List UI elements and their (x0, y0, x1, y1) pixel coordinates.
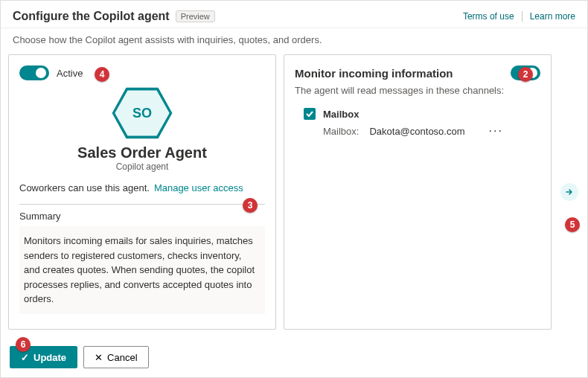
annotation-2: 2 (518, 67, 533, 82)
check-icon: ✓ (21, 352, 29, 363)
more-menu-icon[interactable]: ··· (489, 124, 503, 138)
cancel-label: Cancel (107, 352, 137, 363)
monitor-title: Monitor incoming information (295, 67, 453, 80)
annotation-4: 4 (95, 67, 109, 82)
preview-badge: Preview (176, 10, 215, 22)
terms-link[interactable]: Terms of use (463, 11, 514, 22)
learn-more-link[interactable]: Learn more (530, 11, 575, 22)
channel-label: Mailbox (323, 109, 359, 120)
agent-name: Sales Order Agent (19, 144, 265, 161)
close-icon: ✕ (95, 352, 103, 363)
active-toggle[interactable] (19, 65, 49, 80)
monitor-subtitle: The agent will read messages in these ch… (295, 85, 540, 96)
divider (522, 11, 523, 22)
cancel-button[interactable]: ✕ Cancel (83, 346, 148, 368)
active-label: Active (57, 68, 83, 79)
next-page-button[interactable] (560, 183, 578, 201)
manage-access-link[interactable]: Manage user access (154, 182, 243, 193)
agent-card: Active SO Sales Order Agent Copilot agen… (8, 54, 276, 330)
separator (19, 204, 265, 205)
mailbox-field-label: Mailbox: (323, 126, 359, 137)
agent-initials: SO (132, 106, 152, 121)
page-subheading: Choose how the Copilot agent assists wit… (1, 28, 587, 54)
summary-body: Monitors incoming emails for sales inqui… (19, 226, 265, 314)
monitor-card: Monitor incoming information The agent w… (284, 54, 552, 330)
summary-heading: Summary (19, 211, 265, 222)
check-icon (306, 110, 313, 118)
annotation-6: 6 (16, 337, 31, 352)
agent-subtitle: Copilot agent (19, 161, 265, 172)
arrow-right-icon (565, 188, 574, 196)
access-text: Coworkers can use this agent. (19, 182, 150, 193)
update-label: Update (33, 352, 66, 363)
mailbox-value: Dakota@contoso.com (369, 126, 464, 137)
page-title: Configure the Copilot agent (13, 10, 170, 23)
footer-actions: ✓ Update ✕ Cancel (10, 346, 149, 368)
annotation-5: 5 (565, 217, 580, 232)
channel-checkbox[interactable] (304, 108, 316, 120)
annotation-3: 3 (243, 198, 258, 213)
page-header: Configure the Copilot agent Preview Term… (1, 1, 587, 28)
agent-avatar: SO (110, 85, 174, 141)
